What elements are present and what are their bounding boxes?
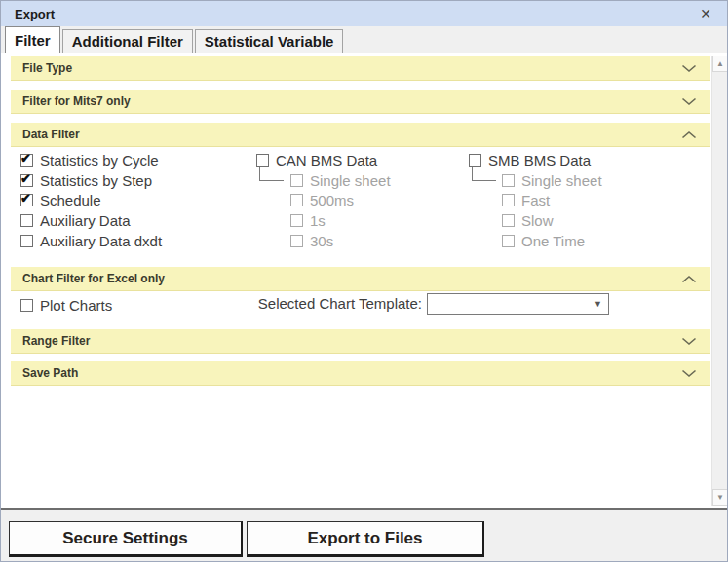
checkbox-label: Statistics by Cycle [40,152,159,169]
checkbox-box: ✔ [20,174,33,187]
checkbox-box: ✔ [20,194,33,206]
checkbox-can-30s[interactable]: ✔ 30s [290,232,333,249]
chevron-down-icon [681,337,697,346]
section-header-save-path[interactable]: Save Path [11,361,710,386]
section-label: File Type [22,61,72,75]
tab-label: Filter [15,32,51,49]
section-label: Filter for Mits7 only [22,94,131,108]
section-header-chart-filter[interactable]: Chart Filter for Excel only [11,267,710,291]
checkbox-smb-fast[interactable]: ✔ Fast [502,191,550,208]
checkbox-label: Auxiliary Data dxdt [40,233,162,249]
tab-filter[interactable]: Filter [5,26,60,53]
checkbox-label: Schedule [40,192,101,208]
selected-chart-template-label: Selected Chart Template: [235,295,422,312]
checkbox-smb-slow[interactable]: ✔ Slow [502,211,554,229]
checkbox-box: ✔ [290,235,303,247]
section-header-data-filter[interactable]: Data Filter [11,123,710,147]
scroll-down-icon[interactable]: ▼ [712,489,728,506]
checkbox-box: ✔ [256,154,269,167]
content-area: File Type Filter for Mits7 only Data Fil… [1,53,727,508]
secure-settings-button[interactable]: Secure Settings [9,521,243,557]
scroll-up-icon[interactable]: ▲ [712,56,728,72]
close-icon[interactable]: ✕ [700,7,711,20]
section-header-range-filter[interactable]: Range Filter [11,329,710,354]
export-to-files-button[interactable]: Export to Files [247,521,484,557]
checkbox-label: CAN BMS Data [276,152,377,169]
checkbox-smb-one-time[interactable]: ✔ One Time [502,232,585,249]
checkbox-label: Statistics by Step [40,172,152,189]
title-bar: Export ✕ [1,1,727,26]
footer-bar: Secure Settings Export to Files [1,508,727,562]
checkbox-box: ✔ [469,154,481,167]
checkbox-label: SMB BMS Data [488,152,591,169]
checkbox-box: ✔ [502,174,515,187]
checkbox-label: 500ms [310,192,354,208]
chevron-down-icon [681,369,697,378]
vertical-scrollbar[interactable]: ▲ ▼ [711,56,728,506]
checkbox-box: ✔ [20,235,33,247]
section-label: Save Path [22,366,78,380]
combobox-dropdown-icon: ▼ [594,299,602,309]
chevron-down-icon [681,64,697,73]
export-dialog: Export ✕ Filter Additional Filter Statis… [0,0,728,562]
checkbox-label: Auxiliary Data [40,212,131,229]
checkbox-label: 30s [310,233,333,249]
chevron-down-icon [681,97,697,106]
section-header-mits7[interactable]: Filter for Mits7 only [11,90,710,114]
checkbox-label: 1s [310,212,326,229]
checkbox-auxiliary-data-dxdt[interactable]: ✔ Auxiliary Data dxdt [20,232,162,249]
checkbox-statistics-by-cycle[interactable]: ✔ Statistics by Cycle [20,151,159,169]
chevron-up-icon [681,131,697,139]
tab-statistical-variable[interactable]: Statistical Variable [195,29,344,53]
checkbox-can-single-sheet[interactable]: ✔ Single sheet [290,171,391,189]
tab-label: Additional Filter [72,33,183,50]
chevron-up-icon [681,275,697,283]
checkbox-can-500ms[interactable]: ✔ 500ms [290,191,354,208]
section-label: Data Filter [22,128,80,141]
checkbox-box: ✔ [20,154,33,167]
checkbox-label: Plot Charts [40,297,112,314]
checkbox-box: ✔ [502,235,515,247]
checkbox-box: ✔ [502,214,515,227]
checkbox-label: Slow [521,212,554,229]
checkbox-box: ✔ [290,194,303,206]
section-label: Chart Filter for Excel only [22,272,165,285]
checkbox-smb-single-sheet[interactable]: ✔ Single sheet [502,171,602,189]
window-title: Export [15,7,55,21]
checkbox-box: ✔ [20,299,33,312]
checkbox-can-1s[interactable]: ✔ 1s [290,211,326,229]
checkbox-label: Fast [521,192,550,208]
checkbox-box: ✔ [290,214,303,227]
checkbox-auxiliary-data[interactable]: ✔ Auxiliary Data [20,211,131,229]
checkbox-label: Single sheet [310,172,391,189]
tree-connector [472,167,496,181]
tab-label: Statistical Variable [205,33,334,50]
checkbox-label: Single sheet [521,172,602,189]
tree-connector [259,167,284,181]
tab-strip: Filter Additional Filter Statistical Var… [5,26,345,53]
checkbox-statistics-by-step[interactable]: ✔ Statistics by Step [20,171,152,189]
checkbox-label: One Time [521,233,585,249]
checkbox-box: ✔ [502,194,515,206]
tab-additional-filter[interactable]: Additional Filter [62,29,193,53]
checkbox-plot-charts[interactable]: ✔ Plot Charts [20,296,112,314]
section-label: Range Filter [22,334,90,348]
section-header-file-type[interactable]: File Type [11,56,710,81]
checkbox-box: ✔ [20,214,33,227]
checkbox-schedule[interactable]: ✔ Schedule [20,191,101,208]
checkbox-box: ✔ [290,174,303,187]
chart-template-combobox[interactable]: ▼ [427,293,609,315]
